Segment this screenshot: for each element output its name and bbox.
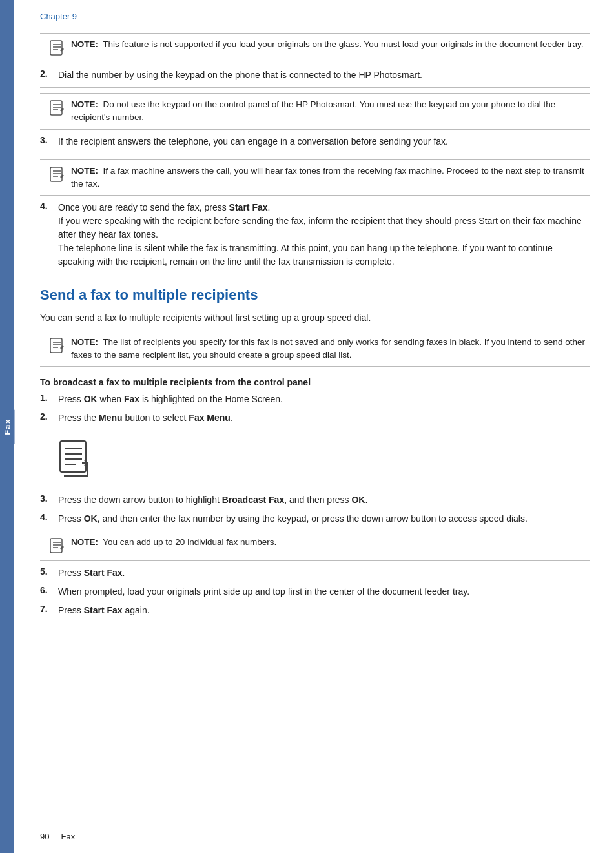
note-svg-icon-5 — [48, 537, 66, 555]
note-content-1: This feature is not supported if you loa… — [103, 39, 583, 49]
broadcast-step-2-content: Press the Menu button to select Fax Menu… — [58, 411, 590, 425]
svg-rect-26 — [50, 539, 62, 553]
broadcast-step-6: 6. When prompted, load your originals pr… — [40, 585, 590, 599]
section-heading: Send a fax to multiple recipients — [40, 287, 590, 303]
step-4: 4. Once you are ready to send the fax, p… — [40, 201, 590, 269]
main-content: Chapter 9 NOTE: This feature is not supp… — [14, 0, 616, 853]
broadcast-step-4-content: Press OK, and then enter the fax number … — [58, 512, 590, 526]
broadcast-step-7-num: 7. — [40, 604, 58, 617]
note-label-4: NOTE: — [71, 337, 98, 347]
broadcast-step-7: 7. Press Start Fax again. — [40, 604, 590, 617]
footer-section: Fax — [61, 832, 75, 841]
broadcast-step-1-content: Press OK when Fax is highlighted on the … — [58, 393, 590, 406]
step-4-content: Once you are ready to send the fax, pres… — [58, 201, 590, 269]
note-content-4: The list of recipients you specify for t… — [71, 337, 585, 360]
note-svg-icon-2 — [48, 99, 66, 117]
svg-rect-16 — [50, 338, 62, 353]
footer-page-number: 90 — [40, 832, 49, 841]
note-content-2: Do not use the keypad on the control pan… — [71, 99, 555, 122]
svg-rect-0 — [50, 41, 62, 55]
note-label-1: NOTE: — [71, 39, 98, 49]
note-label-2: NOTE: — [71, 99, 98, 109]
step-3-content: If the recipient answers the telephone, … — [58, 135, 590, 149]
divider-1 — [40, 87, 590, 88]
note-text-2: NOTE: Do not use the keypad on the contr… — [71, 98, 590, 125]
sub-heading: To broadcast a fax to multiple recipient… — [40, 377, 590, 387]
note-label-3: NOTE: — [71, 166, 98, 176]
broadcast-step-1-num: 1. — [40, 393, 58, 406]
note-label-5: NOTE: — [71, 537, 98, 547]
note-block-5: NOTE: You can add up to 20 individual fa… — [40, 531, 590, 561]
side-tab: Fax — [0, 0, 14, 853]
broadcast-step-5: 5. Press Start Fax. — [40, 566, 590, 580]
note-svg-icon-1 — [48, 39, 66, 57]
broadcast-step-4: 4. Press OK, and then enter the fax numb… — [40, 512, 590, 526]
note-text-4: NOTE: The list of recipients you specify… — [71, 336, 590, 362]
note-icon-2 — [46, 99, 67, 118]
menu-icon-image — [52, 437, 103, 482]
broadcast-step-6-num: 6. — [40, 585, 58, 599]
broadcast-step-3-num: 3. — [40, 493, 58, 507]
note-icon-3 — [46, 165, 67, 185]
note-icon-1 — [46, 39, 67, 58]
broadcast-step-5-num: 5. — [40, 566, 58, 580]
note-svg-icon-3 — [48, 165, 66, 183]
menu-icon-svg — [55, 440, 100, 478]
broadcast-step-1: 1. Press OK when Fax is highlighted on t… — [40, 393, 590, 406]
svg-rect-6 — [50, 101, 62, 115]
chapter-header: Chapter 9 — [40, 12, 590, 21]
step-2: 2. Dial the number by using the keypad o… — [40, 68, 590, 82]
step-4-num: 4. — [40, 201, 58, 269]
divider-2 — [40, 154, 590, 154]
note-content-3: If a fax machine answers the call, you w… — [71, 166, 584, 189]
note-block-2: NOTE: Do not use the keypad on the contr… — [40, 93, 590, 130]
intro-text: You can send a fax to multiple recipient… — [40, 311, 590, 325]
note-text-5: NOTE: You can add up to 20 individual fa… — [71, 536, 276, 549]
note-block-4: NOTE: The list of recipients you specify… — [40, 331, 590, 367]
broadcast-step-7-content: Press Start Fax again. — [58, 604, 590, 617]
note-svg-icon-4 — [48, 336, 66, 355]
note-icon-4 — [46, 336, 67, 356]
broadcast-step-3: 3. Press the down arrow button to highli… — [40, 493, 590, 507]
note-icon-5 — [46, 537, 67, 556]
broadcast-step-4-num: 4. — [40, 512, 58, 526]
broadcast-step-5-content: Press Start Fax. — [58, 566, 590, 580]
svg-rect-21 — [60, 441, 86, 472]
note-text-1: NOTE: This feature is not supported if y… — [71, 38, 583, 51]
side-tab-label: Fax — [0, 409, 15, 444]
step-2-content: Dial the number by using the keypad on t… — [58, 68, 590, 82]
page-footer: 90 Fax — [40, 832, 590, 841]
note-text-3: NOTE: If a fax machine answers the call,… — [71, 165, 590, 191]
broadcast-step-2: 2. Press the Menu button to select Fax M… — [40, 411, 590, 425]
step-3: 3. If the recipient answers the telephon… — [40, 135, 590, 149]
note-block-3: NOTE: If a fax machine answers the call,… — [40, 159, 590, 196]
broadcast-step-6-content: When prompted, load your originals print… — [58, 585, 590, 599]
broadcast-step-3-content: Press the down arrow button to highlight… — [58, 493, 590, 507]
note-content-5: You can add up to 20 individual fax numb… — [103, 537, 276, 547]
step-2-num: 2. — [40, 68, 58, 82]
step-3-num: 3. — [40, 135, 58, 149]
note-block-1: NOTE: This feature is not supported if y… — [40, 33, 590, 63]
broadcast-step-2-num: 2. — [40, 411, 58, 425]
svg-rect-11 — [50, 167, 62, 181]
